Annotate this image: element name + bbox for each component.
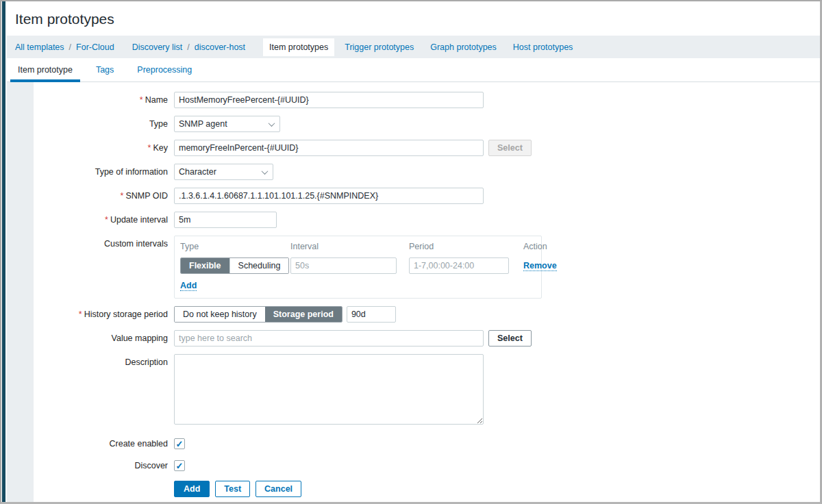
chevron-down-icon <box>269 120 275 127</box>
required-mark: * <box>79 310 82 319</box>
breadcrumb-separator: / <box>69 42 71 52</box>
required-mark: * <box>105 215 108 225</box>
item-prototype-form: *Name Type SNMP agent *Key Select <box>7 82 820 497</box>
key-input[interactable] <box>174 140 484 156</box>
collapsed-sidebar[interactable] <box>2 1 5 502</box>
discover-checkbox[interactable] <box>174 460 185 471</box>
nav-graph-prototypes[interactable]: Graph prototypes <box>430 42 497 52</box>
type-label: Type <box>7 119 174 129</box>
ci-interval-input[interactable] <box>290 257 397 274</box>
create-enabled-checkbox[interactable] <box>174 438 185 449</box>
history-period-input[interactable] <box>347 306 396 323</box>
value-mapping-label: Value mapping <box>7 333 174 343</box>
toggle-flexible[interactable]: Flexible <box>181 258 229 273</box>
page-title: Item prototypes <box>15 11 820 27</box>
ci-col-type: Type <box>180 242 284 257</box>
toggle-do-not-keep-history[interactable]: Do not keep history <box>175 307 265 322</box>
ci-period-input[interactable] <box>409 257 509 274</box>
required-mark: * <box>121 191 124 201</box>
type-select[interactable]: SNMP agent <box>174 116 280 132</box>
tab-item-prototype[interactable]: Item prototype <box>10 58 80 81</box>
ci-col-action: Action <box>523 242 557 257</box>
form-row-history: *History storage period Do not keep hist… <box>7 306 820 323</box>
interval-type-toggle: Flexible Scheduling <box>180 257 289 274</box>
add-button[interactable]: Add <box>174 481 210 497</box>
snmp-oid-input[interactable] <box>174 188 484 204</box>
type-of-information-value: Character <box>179 167 216 177</box>
form-row-type: Type SNMP agent <box>7 116 820 132</box>
form-row-value-mapping: Value mapping Select <box>7 330 820 346</box>
breadcrumb-discovery-group: Discovery list/discover-host <box>132 42 245 52</box>
ci-col-interval: Interval <box>290 242 403 257</box>
name-label: Name <box>145 95 168 105</box>
value-mapping-select-button[interactable]: Select <box>488 330 532 346</box>
breadcrumb-link-discovery-list[interactable]: Discovery list <box>132 42 183 52</box>
breadcrumb: All templates/For-Cloud Discovery list/d… <box>7 36 820 58</box>
form-row-name: *Name <box>7 92 820 108</box>
form-row-custom-intervals: Custom intervals Type Interval Period Ac… <box>7 236 820 299</box>
snmp-oid-label: SNMP OID <box>125 191 168 201</box>
breadcrumb-link-all-templates[interactable]: All templates <box>15 42 64 52</box>
chevron-down-icon <box>262 168 269 175</box>
update-interval-label: Update interval <box>110 215 168 225</box>
nav-trigger-prototypes[interactable]: Trigger prototypes <box>345 42 414 52</box>
form-row-discover: Discover <box>7 460 820 471</box>
toggle-scheduling[interactable]: Scheduling <box>229 258 289 273</box>
ci-row-type: Flexible Scheduling <box>180 257 284 274</box>
history-toggle: Do not keep history Storage period <box>174 306 342 323</box>
description-textarea[interactable] <box>174 354 484 425</box>
form-row-description: Description <box>7 354 820 425</box>
description-label: Description <box>7 354 174 367</box>
key-label: Key <box>153 143 168 153</box>
custom-intervals-label: Custom intervals <box>7 236 174 249</box>
app-window: Item prototypes All templates/For-Cloud … <box>0 0 822 504</box>
custom-intervals-box: Type Interval Period Action Flexible Sch… <box>174 236 542 299</box>
type-of-information-select[interactable]: Character <box>174 164 273 180</box>
history-label: History storage period <box>84 310 168 319</box>
breadcrumb-template-group: All templates/For-Cloud <box>15 42 114 52</box>
required-mark: * <box>148 143 151 153</box>
key-select-button: Select <box>488 140 532 156</box>
value-mapping-input[interactable] <box>174 330 484 346</box>
name-input[interactable] <box>174 92 484 108</box>
update-interval-input[interactable] <box>174 212 277 228</box>
nav-item-prototypes: Item prototypes <box>263 38 334 56</box>
form-row-update-interval: *Update interval <box>7 212 820 228</box>
breadcrumb-separator: / <box>187 42 189 52</box>
type-of-information-label: Type of information <box>7 167 174 177</box>
discover-label: Discover <box>7 461 174 470</box>
title-band: Item prototypes <box>7 1 820 36</box>
type-select-value: SNMP agent <box>179 119 227 129</box>
cancel-button[interactable]: Cancel <box>256 481 301 497</box>
nav-host-prototypes[interactable]: Host prototypes <box>513 42 573 52</box>
test-button[interactable]: Test <box>215 481 250 497</box>
toggle-storage-period[interactable]: Storage period <box>265 307 342 322</box>
required-mark: * <box>140 95 143 105</box>
tab-preprocessing[interactable]: Preprocessing <box>129 58 199 81</box>
form-row-type-of-information: Type of information Character <box>7 164 820 180</box>
ci-col-period: Period <box>409 242 517 257</box>
breadcrumb-link-discovery-rule[interactable]: discover-host <box>195 42 245 52</box>
form-row-snmp-oid: *SNMP OID <box>7 188 820 204</box>
form-footer: Add Test Cancel <box>7 481 820 497</box>
form-row-key: *Key Select <box>7 140 820 156</box>
tab-tags[interactable]: Tags <box>88 58 121 81</box>
form-row-create-enabled: Create enabled <box>7 438 820 449</box>
tab-bar: Item prototype Tags Preprocessing <box>7 58 820 82</box>
ci-add-link[interactable]: Add <box>180 281 197 291</box>
create-enabled-label: Create enabled <box>7 439 174 449</box>
breadcrumb-link-template[interactable]: For-Cloud <box>76 42 114 52</box>
ci-remove-link[interactable]: Remove <box>523 261 557 271</box>
